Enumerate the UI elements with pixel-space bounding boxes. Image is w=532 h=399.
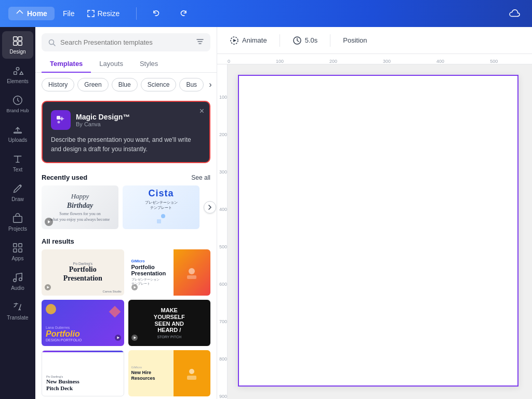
- svg-rect-3: [18, 42, 22, 45]
- sidebar-item-apps[interactable]: Apps: [2, 238, 33, 265]
- sidebar-item-label: Text: [13, 167, 22, 172]
- ruler-x-100: 100: [276, 59, 284, 64]
- sidebar-item-projects[interactable]: Projects: [2, 208, 33, 236]
- sidebar-item-label: Translate: [7, 315, 28, 321]
- magic-design-card: × Magic Design™ By Canva Describe t: [42, 101, 210, 163]
- svg-rect-13: [19, 249, 22, 252]
- newhire-tag: GiMicro: [131, 366, 170, 369]
- topbar: Home File Resize: [0, 0, 532, 27]
- filter-chips: History Green Blue Science Bus ›: [35, 73, 217, 97]
- canvas-viewport[interactable]: [228, 64, 532, 399]
- chip-bus[interactable]: Bus: [179, 78, 204, 91]
- position-label: Position: [343, 36, 367, 44]
- svg-rect-2: [14, 42, 17, 45]
- magic-design-title: Magic Design™: [76, 113, 130, 121]
- see-all-button[interactable]: See all: [191, 174, 210, 181]
- file-label: File: [63, 9, 75, 18]
- panel-scroll: Recently used See all Happy Birthday Som…: [35, 167, 217, 399]
- svg-rect-8: [14, 132, 22, 134]
- portfolio3-shape2: [111, 308, 119, 316]
- play-icon: [44, 284, 51, 293]
- cloud-save-button[interactable]: [506, 5, 524, 22]
- svg-rect-9: [14, 216, 22, 222]
- undo-button[interactable]: [149, 6, 165, 21]
- svg-rect-37: [187, 376, 196, 380]
- svg-rect-11: [19, 244, 22, 247]
- svg-point-14: [14, 279, 17, 282]
- ruler-y-200: 200: [219, 132, 227, 137]
- magic-card-header: Magic Design™ By Canva: [51, 110, 201, 130]
- ruler-y-100: 100: [219, 95, 227, 100]
- svg-rect-1: [18, 37, 22, 41]
- redo-button[interactable]: [175, 6, 191, 21]
- chip-blue[interactable]: Blue: [112, 78, 138, 91]
- search-icon: [48, 38, 56, 47]
- portfolio2-right: [174, 249, 210, 296]
- magic-card-wrapper: × Magic Design™ By Canva Describe t: [35, 97, 217, 167]
- canvas-toolbar: Animate 5.0s Position: [217, 27, 532, 54]
- template-portfolio1[interactable]: Po Darling's PortfolioPresentation Canva…: [42, 249, 124, 296]
- sidebar-item-label: Audio: [11, 285, 24, 291]
- portfolio2-title: PortfolioPresentation: [131, 264, 170, 276]
- ruler-y-700: 700: [219, 319, 227, 324]
- chip-science[interactable]: Science: [141, 78, 177, 91]
- chip-history[interactable]: History: [42, 78, 74, 91]
- tab-styles[interactable]: Styles: [131, 56, 166, 73]
- templates-scroll-right[interactable]: [204, 201, 216, 214]
- duration-label: 5.0s: [305, 36, 318, 44]
- template-cista[interactable]: Cista プレゼンテーションテンプレート: [123, 185, 200, 229]
- all-results-grid: Po Darling's PortfolioPresentation Canva…: [42, 249, 210, 396]
- portfolio3-title: Portfolio: [46, 329, 120, 339]
- portfolio1-title: PortfolioPresentation: [63, 265, 102, 283]
- sidebar-item-audio[interactable]: Audio: [2, 268, 33, 295]
- template-portfolio3[interactable]: Lana Gutierres Portfolio DESIGN PORTFOLI…: [42, 300, 124, 346]
- search-input[interactable]: [60, 38, 192, 46]
- sidebar-item-uploads[interactable]: Uploads: [2, 119, 33, 147]
- position-button[interactable]: Position: [339, 34, 371, 47]
- animate-label: Animate: [242, 36, 267, 44]
- search-bar: [35, 27, 217, 56]
- magic-card-title-group: Magic Design™ By Canva: [76, 113, 130, 127]
- portfolio1-tag: Po Darling's: [73, 262, 92, 265]
- ruler-y-800: 800: [219, 356, 227, 362]
- sidebar-item-design[interactable]: Design: [2, 31, 33, 59]
- template-newbusiness[interactable]: Po Darling's New BusinessPitch Deck: [42, 350, 124, 396]
- svg-point-15: [19, 278, 22, 281]
- search-filter-button[interactable]: [196, 37, 204, 47]
- svg-point-22: [58, 121, 60, 124]
- topbar-divider: [136, 7, 137, 20]
- all-results-header: All results: [42, 237, 210, 245]
- ruler-y-500: 500: [219, 244, 227, 249]
- tab-layouts[interactable]: Layouts: [91, 56, 131, 73]
- home-button[interactable]: Home: [8, 7, 55, 20]
- template-birthday[interactable]: Happy Birthday Some flowers for you on w…: [42, 185, 118, 229]
- ruler-y-400: 400: [219, 207, 227, 212]
- svg-rect-29: [187, 275, 196, 279]
- tab-templates[interactable]: Templates: [42, 56, 91, 73]
- sidebar-item-translate[interactable]: Translate: [2, 297, 33, 325]
- makeyourself-text: MAKEYOURSELFSEEN ANDHEARD / STORY PITCH: [154, 307, 185, 339]
- ruler-y-300: 300: [219, 169, 227, 175]
- sidebar-item-text[interactable]: Text: [2, 149, 33, 177]
- birthday-text: Happy Birthday Some flowers for you on w…: [50, 192, 110, 222]
- sidebar-item-elements[interactable]: Elements: [2, 61, 33, 88]
- file-button[interactable]: File: [59, 7, 79, 20]
- chip-more-button[interactable]: ›: [207, 78, 214, 91]
- cista-content: Cista プレゼンテーションテンプレート: [141, 185, 182, 229]
- template-newhire[interactable]: GiMicro New HireResources: [128, 350, 211, 396]
- resize-button[interactable]: Resize: [83, 7, 124, 20]
- icon-sidebar: Design Elements Brand Hub Uploads: [0, 27, 35, 399]
- ruler-x-300: 300: [383, 59, 391, 64]
- template-portfolio2[interactable]: GiMicro PortfolioPresentation プレゼンテーションテ…: [128, 249, 211, 296]
- toolbar-divider2: [330, 34, 330, 47]
- chip-green[interactable]: Green: [77, 78, 108, 91]
- newbusiness-title: New BusinessPitch Deck: [46, 378, 119, 392]
- sidebar-item-brand-hub[interactable]: Brand Hub: [2, 90, 33, 117]
- template-makeyourself[interactable]: MAKEYOURSELFSEEN ANDHEARD / STORY PITCH: [128, 300, 211, 346]
- magic-design-icon: [51, 110, 71, 130]
- duration-button[interactable]: 5.0s: [288, 33, 322, 48]
- animate-button[interactable]: Animate: [225, 33, 271, 48]
- svg-rect-0: [14, 37, 17, 41]
- magic-card-close-button[interactable]: ×: [200, 107, 204, 115]
- sidebar-item-draw[interactable]: Draw: [2, 179, 33, 206]
